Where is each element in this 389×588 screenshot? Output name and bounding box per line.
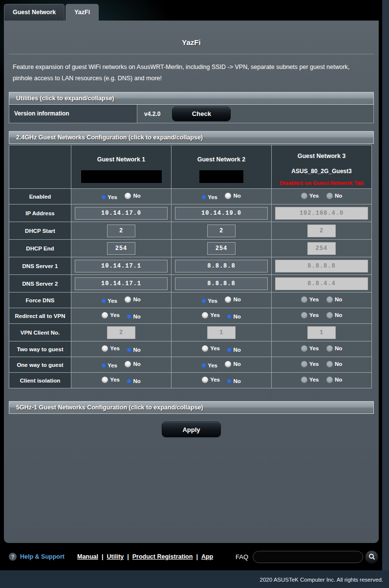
one-way-gn2-no-radio[interactable] (225, 361, 231, 367)
guest-network-3-disabled-note: Disabled on Guest Network Tab (272, 180, 371, 186)
no-label: No (233, 378, 240, 384)
redirect-vpn-gn1-yes-radio[interactable] (102, 312, 108, 318)
row-label: Redirect all to VPN (9, 308, 71, 324)
row-force-dns: Force DNS Yes No Yes No Yes No (9, 293, 372, 308)
dns2-gn2-input[interactable] (175, 277, 268, 290)
yes-label: Yes (210, 345, 220, 351)
dhcp-start-gn1-input[interactable] (107, 225, 135, 237)
link-separator: | (102, 553, 104, 560)
product-registration-link[interactable]: Product Registration (132, 553, 193, 560)
two-way-gn1-yes-radio[interactable] (102, 345, 108, 352)
enabled-gn2-no-radio[interactable] (225, 193, 231, 199)
dhcp-start-gn2-input[interactable] (207, 225, 236, 237)
link-separator: | (196, 553, 198, 560)
row-label: Client isolation (9, 373, 71, 388)
row-label: One way to guest (9, 357, 71, 373)
guest-network-2-title: Guest Network 2 (172, 156, 271, 163)
yes-label: Yes (309, 312, 319, 318)
dns1-gn1-input[interactable] (75, 260, 168, 272)
yes-label: Yes (110, 312, 120, 318)
two-way-gn2-yes-radio[interactable] (202, 345, 208, 352)
force-dns-gn2-no-radio[interactable] (225, 296, 231, 303)
faq-search-input[interactable] (253, 551, 363, 563)
client-isolation-gn1-no-radio[interactable] (127, 379, 131, 383)
enabled-gn3-yes-radio (301, 193, 307, 199)
two-way-gn3-yes-radio (301, 345, 307, 352)
config-5ghz-section-header[interactable]: 5GHz-1 Guest Networks Configuration (cli… (9, 401, 374, 414)
row-client-isolation: Client isolation Yes No Yes No Yes No (9, 373, 372, 388)
guest-network-3-header: Guest Network 3 ASUS_80_2G_Guest3 Disabl… (272, 145, 372, 189)
enabled-gn1-yes-radio[interactable] (102, 195, 106, 199)
row-dhcp-start: DHCP Start (9, 222, 372, 240)
force-dns-gn1-no-radio[interactable] (125, 296, 131, 303)
dns1-gn2-input[interactable] (175, 260, 268, 272)
row-dns-server-2: DNS Server 2 (9, 275, 372, 293)
force-dns-gn3-yes-radio (301, 296, 307, 303)
vpn-client-gn2-input (207, 326, 236, 339)
utility-link[interactable]: Utility (107, 553, 124, 560)
client-isolation-gn2-no-radio[interactable] (227, 379, 231, 383)
redirect-vpn-gn3-yes-radio (301, 312, 307, 318)
config-24ghz-table: Guest Network 1 Guest Network 2 Guest Ne… (9, 145, 372, 388)
no-label: No (335, 193, 342, 199)
dhcp-start-gn3-input (307, 225, 336, 237)
dns2-gn1-input[interactable] (75, 277, 168, 290)
one-way-gn2-yes-radio[interactable] (202, 363, 206, 367)
client-isolation-gn1-yes-radio[interactable] (102, 377, 108, 383)
yazfi-page: Guest Network YazFi YazFi Feature expans… (0, 0, 389, 588)
ip-address-gn2-input[interactable] (175, 207, 268, 220)
dns2-gn3-input (275, 277, 368, 290)
page-description: Feature expansion of guest WiFi networks… (13, 62, 370, 84)
background-right-strip (382, 0, 389, 588)
enabled-gn1-no-radio[interactable] (125, 193, 131, 199)
yes-label: Yes (309, 193, 319, 199)
help-support-link[interactable]: ? Help & Support (9, 553, 65, 561)
one-way-gn1-yes-radio[interactable] (102, 363, 106, 367)
no-label: No (233, 193, 240, 199)
no-label: No (133, 378, 140, 384)
redirect-vpn-gn2-yes-radio[interactable] (202, 312, 208, 318)
no-label: No (133, 314, 140, 319)
check-button[interactable]: Check (172, 107, 231, 121)
two-way-gn3-no-radio (326, 345, 333, 352)
app-link[interactable]: App (201, 553, 213, 560)
redirect-vpn-gn1-no-radio[interactable] (127, 315, 131, 318)
footer-links: Manual|Utility|Product Registration|App (77, 553, 213, 560)
faq-search-button[interactable] (365, 550, 378, 564)
yes-label: Yes (208, 298, 217, 304)
title-divider (9, 54, 374, 54)
yes-label: Yes (108, 298, 117, 304)
two-way-gn1-no-radio[interactable] (127, 348, 131, 352)
footer-bar: ? Help & Support Manual|Utility|Product … (0, 543, 382, 570)
no-label: No (335, 377, 342, 383)
enabled-gn2-yes-radio[interactable] (202, 195, 206, 199)
no-label: No (233, 347, 240, 353)
row-one-way: One way to guest Yes No Yes No Yes No (9, 357, 372, 373)
apply-button[interactable]: Apply (162, 422, 221, 437)
tab-guest-network[interactable]: Guest Network (4, 4, 65, 21)
row-dhcp-end: DHCP End (9, 240, 372, 257)
utilities-section-header[interactable]: Utilities (click to expand/collapse) (9, 92, 374, 105)
one-way-gn1-no-radio[interactable] (125, 361, 131, 367)
ip-address-gn1-input[interactable] (75, 207, 168, 220)
force-dns-gn1-yes-radio[interactable] (102, 299, 106, 303)
dhcp-end-gn1-input[interactable] (107, 242, 135, 255)
two-way-gn2-no-radio[interactable] (227, 348, 231, 352)
row-label: Two way to guest (9, 341, 71, 357)
guest-network-1-title: Guest Network 1 (71, 156, 171, 163)
tab-yazfi[interactable]: YazFi (65, 4, 99, 21)
dhcp-end-gn2-input[interactable] (207, 242, 236, 255)
yes-label: Yes (110, 345, 120, 351)
yes-label: Yes (210, 312, 220, 318)
force-dns-gn2-yes-radio[interactable] (202, 299, 206, 303)
row-vpn-client: VPN Client No. (9, 324, 372, 341)
no-label: No (133, 193, 140, 199)
manual-link[interactable]: Manual (77, 553, 98, 560)
no-label: No (335, 312, 342, 318)
redirect-vpn-gn2-no-radio[interactable] (227, 315, 231, 318)
client-isolation-gn2-yes-radio[interactable] (202, 377, 208, 383)
config-24ghz-section-header[interactable]: 2.4GHz Guest Networks Configuration (cli… (9, 131, 374, 144)
guest-network-2-header: Guest Network 2 (172, 145, 272, 189)
no-label: No (335, 361, 342, 367)
row-label: Enabled (9, 189, 71, 204)
